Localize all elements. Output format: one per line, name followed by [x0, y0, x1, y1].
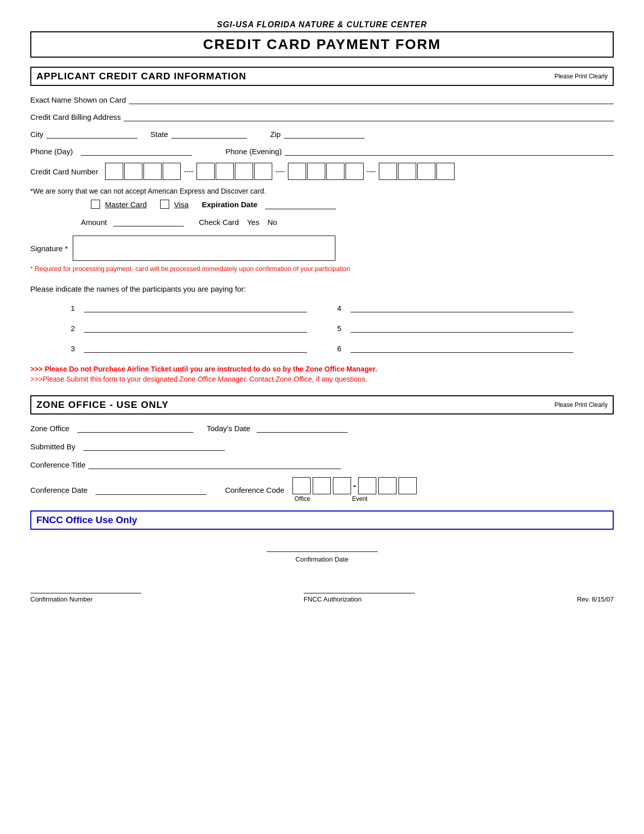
participant-num-2: 2 — [71, 324, 81, 333]
visa-checkbox[interactable] — [160, 200, 169, 209]
participant-row-6: 6 — [337, 343, 574, 353]
conf-number-label: Confirmation Number — [30, 595, 93, 603]
signature-row: Signature * — [30, 236, 614, 261]
expiration-label: Expiration Date — [202, 200, 257, 209]
fncc-header: FNCC Office Use Only — [30, 511, 614, 530]
cc-box-5[interactable] — [196, 163, 215, 180]
conf-code-label: Conference Code — [225, 486, 284, 494]
conf-code-box-1[interactable] — [292, 477, 311, 494]
visa-label: Visa — [174, 200, 189, 209]
participant-field-3[interactable] — [84, 343, 307, 353]
amount-field[interactable] — [113, 216, 184, 226]
cc-box-7[interactable] — [235, 163, 253, 180]
warning-normal: >>>Please Submit this form to your desig… — [30, 375, 614, 383]
name-label: Exact Name Shown on Card — [30, 96, 126, 104]
address-field[interactable] — [124, 111, 614, 121]
state-label: State — [151, 130, 168, 138]
participant-num-5: 5 — [337, 324, 348, 333]
conf-number-line[interactable] — [30, 583, 141, 593]
required-note: * Required for processing payment- card … — [30, 265, 614, 272]
cc-dash-2: ---- — [274, 167, 286, 175]
cc-box-6[interactable] — [216, 163, 234, 180]
address-row: Credit Card Billing Address — [30, 111, 614, 121]
submitted-by-field[interactable] — [83, 441, 225, 451]
participant-field-1[interactable] — [84, 302, 307, 312]
phone-day-field[interactable] — [81, 146, 192, 156]
participants-grid: 1 4 2 5 3 6 — [71, 302, 573, 353]
fncc-auth-label: FNCC Authorization — [304, 595, 362, 603]
cc-box-2[interactable] — [124, 163, 142, 180]
event-sub-label: Event — [350, 495, 410, 502]
cc-box-16[interactable] — [436, 163, 455, 180]
conf-date-label: Conference Date — [30, 486, 87, 494]
amex-note: *We are sorry that we can not accept Ame… — [30, 187, 614, 195]
conf-code-box-6[interactable] — [399, 477, 417, 494]
name-field[interactable] — [129, 94, 614, 104]
cc-box-12[interactable] — [345, 163, 364, 180]
participant-num-3: 3 — [71, 344, 81, 353]
amount-label: Amount — [81, 218, 107, 226]
conf-number-item: Confirmation Number — [30, 583, 141, 603]
participant-field-5[interactable] — [351, 322, 574, 333]
zip-field[interactable] — [284, 128, 365, 138]
conf-title-field[interactable] — [88, 459, 341, 469]
zone-section: ZONE OFFICE - USE ONLY Please Print Clea… — [30, 395, 614, 502]
fncc-auth-item: FNCC Authorization — [304, 583, 415, 603]
participant-field-2[interactable] — [84, 322, 307, 333]
cc-box-3[interactable] — [143, 163, 162, 180]
card-type-row: Master Card Visa Expiration Date — [91, 199, 614, 209]
conf-title-row: Conference Title — [30, 459, 614, 469]
conf-date-field[interactable] — [95, 485, 207, 495]
rev-item: Rev. 8/15/07 — [577, 595, 614, 603]
state-field[interactable] — [171, 128, 247, 138]
mastercard-checkbox[interactable] — [91, 200, 100, 209]
cc-box-8[interactable] — [254, 163, 272, 180]
confirmation-section: Confirmation Date — [30, 545, 614, 563]
participant-field-4[interactable] — [351, 302, 574, 312]
phone-eve-label: Phone (Evening) — [225, 147, 282, 156]
fncc-auth-line[interactable] — [304, 583, 415, 593]
participant-field-6[interactable] — [351, 343, 574, 353]
conf-code-box-2[interactable] — [313, 477, 331, 494]
conf-code-box-3[interactable] — [333, 477, 351, 494]
cc-number-row: Credit Card Number ---- ---- ---- — [30, 163, 614, 180]
amount-row: Amount Check Card Yes No — [81, 216, 614, 226]
org-title: SGI-USA FLORIDA NATURE & CULTURE CENTER — [30, 20, 614, 29]
todays-date-label: Today's Date — [207, 424, 250, 433]
zone-office-row: Zone Office Today's Date — [30, 423, 614, 433]
phone-eve-field[interactable] — [285, 146, 614, 156]
cc-dash-1: ---- — [183, 167, 194, 175]
cc-box-10[interactable] — [307, 163, 325, 180]
conf-code-dash: - — [353, 481, 356, 491]
mastercard-label: Master Card — [105, 200, 147, 209]
yes-label: Yes — [247, 218, 259, 226]
conf-code-box-5[interactable] — [378, 477, 397, 494]
cc-box-15[interactable] — [417, 163, 435, 180]
applicant-header-title: APPLICANT CREDIT CARD INFORMATION — [36, 71, 246, 82]
zone-office-field[interactable] — [77, 423, 193, 433]
city-label: City — [30, 130, 43, 138]
participant-row-2: 2 — [71, 322, 307, 333]
zone-office-label: Zone Office — [30, 424, 69, 433]
fncc-title: FNCC Office Use Only — [36, 515, 137, 525]
cc-box-4[interactable] — [163, 163, 181, 180]
todays-date-field[interactable] — [257, 423, 348, 433]
cc-box-13[interactable] — [379, 163, 397, 180]
address-label: Credit Card Billing Address — [30, 113, 121, 121]
confirmation-date-line[interactable] — [267, 551, 378, 552]
participant-num-6: 6 — [337, 344, 348, 353]
warning-bold: >>> Please Do not Purchase Airline Ticke… — [30, 365, 614, 373]
cc-box-9[interactable] — [288, 163, 306, 180]
expiration-field[interactable] — [265, 199, 336, 209]
cc-box-11[interactable] — [326, 163, 344, 180]
phone-day-label: Phone (Day) — [30, 147, 73, 156]
participant-num-4: 4 — [337, 304, 348, 312]
city-field[interactable] — [46, 128, 137, 138]
applicant-section-header: APPLICANT CREDIT CARD INFORMATION Please… — [30, 67, 614, 86]
signature-field[interactable] — [73, 236, 335, 261]
conf-code-box-4[interactable] — [358, 477, 376, 494]
participants-intro: Please indicate the names of the partici… — [30, 285, 614, 293]
cc-box-1[interactable] — [105, 163, 123, 180]
cc-box-14[interactable] — [398, 163, 416, 180]
applicant-header-note: Please Print Clearly — [555, 73, 608, 80]
